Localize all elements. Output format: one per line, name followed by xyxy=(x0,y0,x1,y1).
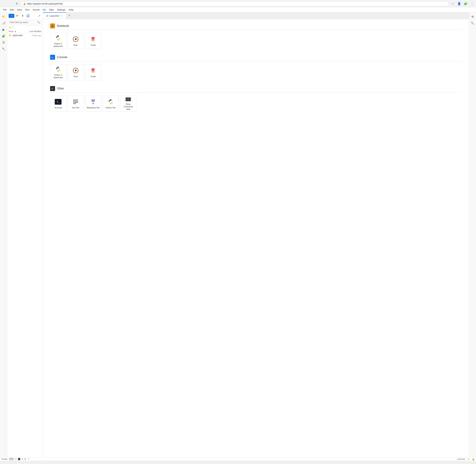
notebook-icon: 📓 xyxy=(51,25,54,27)
menu-tabs[interactable]: Tabs xyxy=(48,8,55,12)
browser-chrome: ← → ↻ 🔒 https://jupyter.worldl.xpt/jupyt… xyxy=(0,0,476,7)
rust-console-icon: ⚙ xyxy=(72,67,79,74)
rust-notebook-label: Rust xyxy=(74,44,78,46)
breadcrumb-path: / xyxy=(12,26,12,29)
extensions-button[interactable]: 🧩 xyxy=(463,1,468,6)
browser-toolbar: ← → ↻ 🔒 https://jupyter.worldl.xpt/jupyt… xyxy=(0,0,476,7)
svg-text:⚙: ⚙ xyxy=(75,69,77,72)
text-file-icon xyxy=(72,98,79,105)
console-section-header: ►_ Console xyxy=(50,55,462,61)
python-file-card[interactable]: Python File xyxy=(103,96,119,112)
svg-marker-3 xyxy=(92,37,95,39)
file-list-header: Name ▲ Last Modified xyxy=(7,29,43,33)
terminal-label: Terminal xyxy=(54,106,62,109)
markdown-file-card[interactable]: M ▼ Markdown File xyxy=(85,96,101,112)
contextual-help-icon: ? xyxy=(125,97,132,102)
kernel-count: 0 xyxy=(22,458,23,460)
contextual-help-label: ShowContextual Help xyxy=(122,103,135,111)
sidebar-icon-git[interactable]: ⎇ xyxy=(1,20,6,26)
file-date: 4 days ago xyxy=(32,34,41,37)
more-button[interactable]: ⋮ xyxy=(470,1,475,6)
tab-launcher-label: Launcher xyxy=(49,14,59,17)
sidebar-icon-puzzle[interactable]: 🔧 xyxy=(1,46,6,52)
python3-console-icon xyxy=(55,66,62,73)
svg-marker-11 xyxy=(92,71,95,73)
scala-console-label: Scala xyxy=(91,75,96,78)
menu-help[interactable]: Help xyxy=(67,8,75,12)
other-grid: $_ Terminal xyxy=(50,96,462,112)
right-settings-icon[interactable]: ⚙ xyxy=(470,14,476,19)
col-modified-header[interactable]: Last Modified xyxy=(30,30,41,32)
menu-edit[interactable]: Edit xyxy=(8,8,15,12)
file-item-quick-start[interactable]: 📁 quick-start 4 days ago xyxy=(7,33,43,38)
console-python3-card[interactable]: Python 3(ipykernel) xyxy=(50,64,66,80)
console-section-icon: ►_ xyxy=(50,55,55,60)
notebook-scala-card[interactable]: Scala xyxy=(85,33,101,49)
file-panel-toolbar: + 📂 ⬆ 🔄 ⎇ xyxy=(7,12,43,19)
notebook-section-title: Notebook xyxy=(57,24,69,28)
sidebar-icon-run[interactable]: ▶ xyxy=(1,27,6,32)
tab-bar: 🔗 Launcher × + xyxy=(43,12,469,19)
right-panel-icons: ⚙ 🔧 xyxy=(469,12,476,457)
console-rust-card[interactable]: ⚙ Rust xyxy=(67,64,84,80)
markdown-icon: M ▼ xyxy=(90,98,97,105)
tab-close-button[interactable]: × xyxy=(60,14,63,17)
status-bar: Simple 0 ⬛ 0 ⚙ ↗ Launcher 0 🔔 xyxy=(0,457,476,461)
notebook-section-icon: 📓 xyxy=(50,23,55,29)
svg-marker-9 xyxy=(92,68,95,70)
file-panel: + 📂 ⬆ 🔄 ⎇ 🔍 📁 / Name xyxy=(7,12,43,457)
settings-icon: ⚙ xyxy=(24,458,26,460)
notebook-python3-card[interactable]: Python 3(ipykernel) xyxy=(50,33,66,49)
folder-icon: 📁 xyxy=(9,26,11,29)
menu-file[interactable]: File xyxy=(1,8,8,12)
add-tab-button[interactable]: + xyxy=(66,12,72,19)
text-file-label: Text File xyxy=(72,106,79,109)
forward-button[interactable]: → xyxy=(8,1,13,6)
content-area: 🔗 Launcher × + 📓 Notebook xyxy=(43,12,469,457)
upload-button[interactable]: ⬆ xyxy=(20,13,25,18)
text-file-card[interactable]: Text File xyxy=(67,96,84,112)
sidebar-icon-table[interactable]: ☰ xyxy=(1,39,6,45)
console-grid: Python 3(ipykernel) ⚙ Rust xyxy=(50,64,462,80)
svg-text:⚙: ⚙ xyxy=(75,38,77,41)
svg-marker-10 xyxy=(92,70,95,71)
launcher-section-notebook: 📓 Notebook Python 3(ipy xyxy=(50,23,462,49)
launcher-section-console: ►_ Console Python 3(ipykernel) xyxy=(50,55,462,80)
menubar: File Edit View Run Kernel Git Tabs Setti… xyxy=(0,7,476,12)
menu-view[interactable]: View xyxy=(16,8,23,12)
menu-kernel[interactable]: Kernel xyxy=(31,8,41,12)
refresh-button[interactable]: 🔄 xyxy=(26,13,30,18)
address-bar[interactable]: 🔒 https://jupyter.worldl.xpt/jupyter/lab xyxy=(21,1,449,6)
other-section-icon: $_ xyxy=(50,86,55,91)
reload-button[interactable]: ↻ xyxy=(14,1,19,6)
status-left: Simple 0 ⬛ 0 ⚙ ↗ xyxy=(1,458,29,460)
kernel-icon: ⬛ xyxy=(18,458,20,460)
sort-icon: ▲ xyxy=(14,30,17,32)
right-property-icon[interactable]: 🔧 xyxy=(470,20,476,26)
search-input[interactable] xyxy=(10,21,37,24)
launcher-section-other: $_ Other $_ Terminal xyxy=(50,86,462,112)
plus-icon: + xyxy=(11,14,12,17)
contextual-help-card[interactable]: ? ShowContextual Help xyxy=(120,96,136,112)
notification-count: 0 xyxy=(15,458,17,460)
notebook-rust-card[interactable]: ⚙ Rust xyxy=(67,33,84,49)
back-button[interactable]: ← xyxy=(1,1,6,6)
bell-icon: 🔔 xyxy=(472,458,475,460)
terminal-icon: $_ xyxy=(55,98,62,105)
simple-mode-toggle[interactable] xyxy=(9,458,14,460)
sidebar-icon-files[interactable]: 📁 xyxy=(1,14,6,19)
profile-button[interactable]: 👤 xyxy=(457,1,462,6)
menu-settings[interactable]: Settings xyxy=(56,8,67,12)
sidebar-icon-extensions[interactable]: 🧩 xyxy=(1,33,6,39)
new-file-button[interactable]: + xyxy=(9,14,14,18)
col-name-header[interactable]: Name ▲ xyxy=(9,30,30,32)
open-folder-button[interactable]: 📂 xyxy=(15,13,20,18)
url-text: https://jupyter.worldl.xpt/jupyter/lab xyxy=(27,2,63,5)
menu-run[interactable]: Run xyxy=(24,8,31,12)
bookmark-button[interactable]: ☆ xyxy=(450,1,455,6)
console-scala-card[interactable]: Scala xyxy=(85,64,101,80)
tab-launcher[interactable]: 🔗 Launcher × xyxy=(43,12,66,19)
menu-git[interactable]: Git xyxy=(41,8,47,12)
git-branch-button[interactable]: ⎇ xyxy=(37,14,41,18)
terminal-card[interactable]: $_ Terminal xyxy=(50,96,66,112)
